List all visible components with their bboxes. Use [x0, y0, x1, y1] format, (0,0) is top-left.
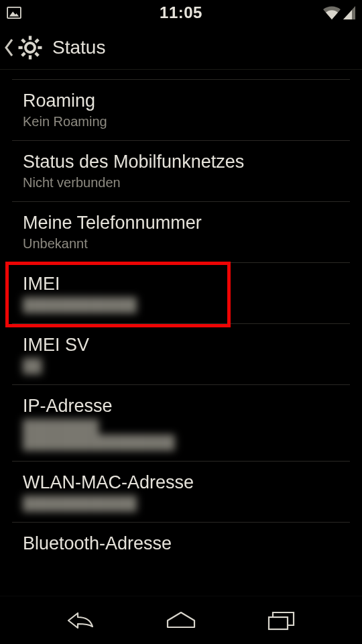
nav-back-button[interactable] — [60, 607, 101, 634]
item-sub: ████████████ — [23, 297, 346, 313]
item-title: Status des Mobilfunknetzes — [23, 152, 346, 172]
list-item-phone-number[interactable]: Meine Telefonnummer Unbekannt — [12, 202, 350, 263]
item-title: Meine Telefonnummer — [23, 213, 346, 233]
svg-marker-1 — [9, 11, 19, 16]
item-title: WLAN-MAC-Adresse — [23, 472, 346, 493]
list-item-roaming[interactable]: Roaming Kein Roaming — [12, 79, 350, 141]
list-item-bluetooth-address[interactable]: Bluetooth-Adresse — [12, 523, 350, 568]
svg-rect-0 — [7, 7, 21, 18]
svg-point-4 — [25, 43, 35, 52]
item-sub: Nicht verbunden — [23, 175, 346, 191]
list-item-wlan-mac[interactable]: WLAN-MAC-Adresse ████████████ — [12, 462, 350, 523]
item-title: IMEI SV — [23, 335, 346, 356]
list-item-ip-address[interactable]: IP-Adresse ████████ ████████████████ — [12, 385, 350, 462]
status-left — [7, 7, 21, 19]
android-nav-bar — [0, 596, 362, 644]
item-sub: ██ — [23, 358, 346, 374]
nav-home-button[interactable] — [161, 607, 201, 634]
svg-rect-13 — [269, 617, 288, 629]
action-bar[interactable]: Status — [0, 25, 362, 70]
item-sub: Kein Roaming — [23, 114, 346, 129]
status-list: Roaming Kein Roaming Status des Mobilfun… — [0, 79, 362, 568]
list-item-imei-sv[interactable]: IMEI SV ██ — [12, 324, 350, 385]
svg-line-9 — [22, 39, 25, 42]
item-sub: ████████████ — [23, 496, 346, 511]
android-status-bar: 11:05 — [0, 0, 362, 25]
picture-icon — [7, 7, 21, 19]
item-sub: ████████ ████████████████ — [23, 419, 346, 450]
item-title: IP-Adresse — [23, 396, 346, 417]
nav-recent-button[interactable] — [261, 607, 302, 634]
item-sub: Unbekannt — [23, 236, 346, 252]
svg-line-12 — [36, 39, 38, 42]
wifi-icon — [323, 6, 341, 19]
item-title: IMEI — [23, 274, 346, 294]
item-title: Bluetooth-Adresse — [23, 533, 346, 554]
svg-line-11 — [22, 52, 25, 55]
item-title: Roaming — [23, 91, 346, 111]
page-title: Status — [52, 37, 105, 58]
back-icon[interactable] — [4, 38, 13, 57]
gear-icon — [16, 34, 44, 62]
list-item-imei[interactable]: IMEI ████████████ — [12, 263, 350, 324]
highlight-annotation — [5, 262, 231, 327]
list-item-network-status[interactable]: Status des Mobilfunknetzes Nicht verbund… — [12, 141, 350, 202]
cell-signal-icon — [343, 6, 355, 19]
status-right — [323, 6, 355, 19]
clock-text: 11:05 — [160, 3, 202, 22]
svg-line-10 — [36, 52, 38, 55]
